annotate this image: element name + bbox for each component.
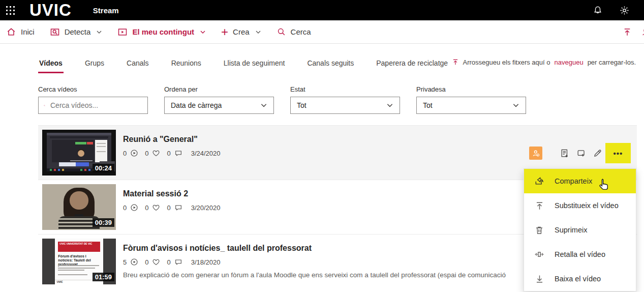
settings-gear-icon[interactable] bbox=[619, 5, 630, 16]
state-label: Estat bbox=[290, 85, 400, 93]
video-title[interactable]: Reunió a "General" bbox=[123, 135, 221, 144]
nav-label-detecta: Detecta bbox=[65, 27, 91, 36]
likes-count: 0 bbox=[145, 204, 148, 212]
views-count: 0 bbox=[123, 150, 127, 157]
more-options-menu: Comparteix Substitueix el vídeo Suprimei… bbox=[524, 168, 636, 291]
slide-header: UVIC UNIVERSITAT DE VIC bbox=[58, 242, 100, 252]
nav-item-crea[interactable]: + Crea bbox=[221, 27, 261, 37]
home-icon bbox=[6, 27, 16, 37]
video-meta: Reunió a "General" 0 0 0 3/24/2020 bbox=[123, 130, 221, 176]
state-value: Tot bbox=[297, 101, 306, 109]
tab-grups[interactable]: Grups bbox=[84, 59, 105, 73]
ellipsis-icon: ••• bbox=[614, 149, 623, 158]
chevron-down-icon bbox=[260, 102, 267, 109]
uvic-logo[interactable]: UVIC bbox=[29, 0, 72, 20]
search-icon bbox=[44, 101, 45, 110]
video-title[interactable]: Fòrum d'avisos i notícies_ taulell del p… bbox=[123, 244, 506, 253]
edit-pencil-icon[interactable] bbox=[589, 145, 605, 161]
video-thumbnail[interactable]: UVIC UNIVERSITAT DE VIC Fòrum d'avisos i… bbox=[42, 239, 116, 284]
comments-count: 0 bbox=[167, 258, 170, 266]
download-icon bbox=[534, 274, 544, 284]
duration-badge: 00:24 bbox=[93, 164, 114, 172]
video-meta: Fòrum d'avisos i notícies_ taulell del p… bbox=[123, 239, 506, 284]
comment-icon bbox=[174, 258, 182, 266]
views-icon bbox=[130, 203, 138, 212]
comments-count: 0 bbox=[167, 150, 170, 157]
nav-item-cerca[interactable]: Cerca bbox=[277, 27, 311, 37]
menu-item-baixa[interactable]: Baixa el vídeo bbox=[524, 267, 636, 291]
state-dropdown[interactable]: Tot bbox=[290, 97, 400, 114]
nav-label-inici: Inici bbox=[21, 27, 35, 36]
tab-videos[interactable]: Vídeos bbox=[38, 59, 64, 73]
tab-paperera-de-reciclatge[interactable]: Paperera de reciclatge bbox=[375, 59, 449, 73]
hint-text-before: Arrossegueu els fitxers aquí o bbox=[463, 59, 550, 66]
add-to-group-icon[interactable] bbox=[573, 145, 589, 161]
more-options-button[interactable]: ••• bbox=[605, 143, 631, 163]
privacy-dropdown[interactable]: Tot bbox=[416, 97, 526, 114]
stream-page: UVIC Stream Inici bbox=[0, 0, 644, 292]
heart-icon bbox=[152, 149, 160, 157]
views-icon bbox=[130, 258, 138, 266]
upload-date: 3/18/2020 bbox=[191, 258, 221, 266]
row-action-icons: ••• bbox=[529, 143, 631, 163]
sort-dropdown[interactable]: Data de càrrega bbox=[164, 97, 274, 114]
tab-canals[interactable]: Canals bbox=[126, 59, 150, 73]
filter-privacy-group: Privadesa Tot bbox=[416, 85, 526, 114]
menu-label: Suprimeix bbox=[555, 226, 587, 234]
browse-link[interactable]: navegueu bbox=[555, 59, 584, 66]
chevron-down-icon bbox=[386, 102, 393, 109]
sort-label: Ordena per bbox=[164, 85, 274, 93]
menu-item-comparteix[interactable]: Comparteix bbox=[524, 169, 636, 193]
video-stats: 0 0 0 3/24/2020 bbox=[123, 149, 221, 157]
tab-bar: Vídeos Grups Canals Reunions Llista de s… bbox=[38, 44, 637, 73]
search-icon bbox=[277, 27, 286, 37]
upload-icon bbox=[452, 58, 459, 66]
nav-label-cerca: Cerca bbox=[291, 27, 311, 36]
views-count: 5 bbox=[123, 258, 127, 266]
menu-item-retalla[interactable]: Retalla el vídeo bbox=[524, 242, 636, 267]
upload-date: 3/20/2020 bbox=[191, 204, 221, 212]
tab-llista-de-seguiment[interactable]: Llista de seguiment bbox=[223, 59, 286, 73]
comments-count: 0 bbox=[167, 204, 170, 212]
menu-label: Retalla el vídeo bbox=[555, 250, 605, 258]
video-thumbnail[interactable]: 00:39 bbox=[42, 184, 116, 230]
duration-badge: 00:39 bbox=[93, 218, 114, 227]
menu-label: Substitueix el vídeo bbox=[555, 201, 619, 210]
filter-search-group: Cerca vídeos bbox=[38, 85, 148, 114]
comment-icon bbox=[174, 203, 182, 212]
menu-label: Comparteix bbox=[555, 177, 592, 185]
video-thumbnail[interactable]: 00:24 bbox=[42, 130, 116, 176]
tab-reunions[interactable]: Reunions bbox=[170, 59, 202, 73]
nav-item-inici[interactable]: Inici bbox=[6, 27, 35, 37]
notifications-bell-icon[interactable] bbox=[592, 5, 603, 16]
chevron-down-icon bbox=[255, 29, 261, 35]
video-search-box bbox=[38, 97, 148, 114]
add-to-watchlist-icon[interactable] bbox=[557, 145, 573, 161]
video-title[interactable]: Material sessió 2 bbox=[123, 189, 221, 198]
menu-label: Baixa el vídeo bbox=[555, 275, 601, 283]
replace-upload-icon bbox=[534, 200, 544, 211]
nav-item-detecta[interactable]: Detecta bbox=[50, 27, 103, 37]
filter-sort-group: Ordena per Data de càrrega bbox=[164, 85, 274, 114]
trim-video-icon bbox=[534, 249, 544, 259]
filter-state-group: Estat Tot bbox=[290, 85, 400, 114]
topbar-actions bbox=[592, 0, 630, 20]
partial-person-icon[interactable] bbox=[641, 27, 644, 37]
app-launcher-icon[interactable] bbox=[0, 0, 20, 20]
menu-item-suprimeix[interactable]: Suprimeix bbox=[524, 218, 636, 242]
menu-item-substitueix[interactable]: Substitueix el vídeo bbox=[524, 193, 636, 218]
likes-count: 0 bbox=[145, 150, 148, 157]
upload-icon[interactable] bbox=[623, 27, 632, 37]
my-content-icon bbox=[117, 27, 128, 37]
comment-icon bbox=[174, 149, 182, 157]
search-videos-input[interactable] bbox=[50, 101, 142, 109]
nav-label-crea: Crea bbox=[233, 27, 250, 36]
tab-canals-seguits[interactable]: Canals seguits bbox=[306, 59, 355, 73]
video-description: Breu explicació de com generar un fòrum … bbox=[123, 271, 506, 279]
nav-item-el-meu-contingut[interactable]: El meu contingut bbox=[117, 27, 206, 37]
share-icon bbox=[534, 176, 544, 186]
restricted-permission-icon[interactable] bbox=[529, 147, 542, 160]
waffle-grid-icon bbox=[6, 6, 15, 15]
views-icon bbox=[130, 149, 138, 157]
app-name[interactable]: Stream bbox=[93, 6, 119, 15]
